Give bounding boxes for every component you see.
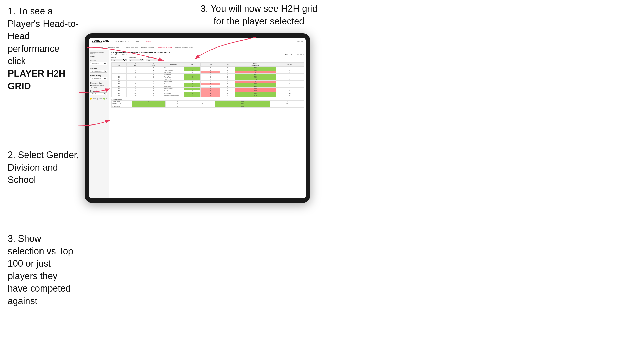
nav-teams[interactable]: TEAMS bbox=[133, 40, 141, 43]
cell-div: 6 bbox=[112, 71, 127, 74]
sub-nav-player-h2h-grid[interactable]: PLAYER H2H GRID bbox=[158, 46, 172, 49]
cell-loss: 2 bbox=[200, 90, 220, 92]
cell-diff: 4.00 bbox=[235, 69, 276, 71]
cell-opponent: Esther Lee bbox=[163, 67, 184, 69]
cell-div: 15 bbox=[112, 85, 127, 88]
cell-conf: 5 bbox=[144, 85, 163, 88]
overall-record-label: Overall Record: bbox=[111, 54, 122, 56]
cell-tie: 0 bbox=[220, 67, 235, 69]
cell-loss: 0 bbox=[200, 78, 220, 81]
table-row: 15 8 5 Stella Cheng 1 0 0 1.25 4 bbox=[112, 85, 304, 88]
sub-nav: TEAM SUMMARY TEAM H2H GRID TEAM H2H HEAT… bbox=[89, 45, 306, 50]
cell-tie: 0 bbox=[220, 74, 235, 76]
cell-tie: 0 bbox=[220, 76, 235, 78]
cell-opponent: Euna Lee bbox=[163, 90, 184, 92]
colour-by-label: Colour by bbox=[90, 90, 107, 92]
cell-rounds: 4 bbox=[276, 67, 304, 69]
th-div: #Div bbox=[112, 63, 127, 67]
player-rank-select[interactable]: 8. Katelyn Vo bbox=[90, 77, 107, 80]
cell-reg: 8 bbox=[127, 85, 144, 88]
cell-diff: 0.30 bbox=[235, 92, 276, 94]
step2-block: 2. Select Gender, Division and School bbox=[8, 149, 79, 186]
nav-sign-out[interactable]: Sign out bbox=[297, 41, 303, 42]
sub-nav-player-summary[interactable]: PLAYER SUMMARY bbox=[141, 46, 155, 49]
legend-down-label: Down bbox=[93, 98, 96, 99]
th-reg: #Reg bbox=[127, 63, 144, 67]
cell-loss: 2 bbox=[200, 83, 220, 85]
cell-win: 0 bbox=[184, 81, 201, 83]
cell-rounds: 2 bbox=[276, 90, 304, 92]
cell-diff: 1.50 bbox=[235, 67, 276, 69]
cell-win: 4 bbox=[184, 92, 201, 94]
radio-top100[interactable]: Top 100 bbox=[90, 86, 107, 88]
data-area: Katelyn Vo Head-to-Head Grid for Women's… bbox=[109, 50, 306, 198]
step3-left-block: 3. Show selection vs Top 100 or just pla… bbox=[8, 233, 79, 307]
step3-right-block: 3. You will now see H2H grid for the pla… bbox=[195, 3, 323, 27]
division-select[interactable]: NCAA Division III bbox=[90, 70, 107, 73]
legend-level-dot bbox=[97, 98, 98, 100]
cell-diff: -5.00 bbox=[235, 90, 276, 92]
cell-reg: 10 bbox=[127, 92, 144, 94]
table-row: 10 6 3 Andrea York 2 0 0 4.00 4 bbox=[112, 76, 304, 78]
nav-committee[interactable]: COMMITTEE bbox=[144, 40, 157, 43]
cell-reg: 2 bbox=[127, 90, 144, 92]
ood-cell-team: NCAA Division 2 bbox=[112, 105, 132, 108]
cell-loss: 1 bbox=[200, 94, 220, 97]
cell-opponent: Heejo Hyun bbox=[163, 78, 184, 81]
cell-diff: 3.33 bbox=[235, 78, 276, 81]
legend-down-dot bbox=[90, 98, 92, 100]
cell-tie: 0 bbox=[220, 69, 235, 71]
gender-select[interactable]: Women's bbox=[90, 62, 107, 65]
legend-level-label: Level bbox=[99, 98, 102, 99]
cell-loss: 0 bbox=[200, 85, 220, 88]
cell-conf: 6 bbox=[144, 92, 163, 94]
player-rank-label: Player (Rank) bbox=[90, 75, 107, 76]
table-row: 16 3 4 Jessica Mason 1 2 0 -0.94 7 bbox=[112, 88, 304, 90]
radio-label-top100: Top 100 bbox=[92, 86, 97, 88]
cell-tie: 0 bbox=[220, 71, 235, 74]
table-row: 5 2 2 Alexis Sudjianto 1 0 0 4.00 3 bbox=[112, 69, 304, 71]
logo-sub-text: Powered by clippd bbox=[92, 42, 110, 43]
region-select[interactable]: (All) bbox=[111, 59, 127, 61]
cell-win: 1 bbox=[184, 85, 201, 88]
cell-div: 16 bbox=[112, 88, 127, 90]
cell-win: 0 bbox=[184, 71, 201, 74]
timestamp: Last Updated: 27/03/2024 16:55:38 bbox=[90, 51, 107, 54]
main-table: #Div #Reg #Conf Opponent Win Loss Tie Di… bbox=[111, 62, 304, 97]
cell-diff: 0.38 bbox=[235, 83, 276, 85]
cell-tie: 0 bbox=[220, 94, 235, 97]
step1-bold: PLAYER H2H GRID bbox=[8, 68, 65, 91]
ood-cell-rounds: 30 bbox=[270, 103, 304, 105]
division-record: Division Record: 331 - 34 - 6 bbox=[285, 54, 304, 56]
gender-label: Gender bbox=[90, 60, 107, 62]
sub-nav-player-h2h-heatmap[interactable]: PLAYER H2H HEATMAP bbox=[175, 46, 193, 49]
cell-loss: 0 bbox=[200, 67, 220, 69]
step3-left-text: 3. Show selection vs Top 100 or just pla… bbox=[8, 233, 79, 307]
cell-conf: 1 bbox=[144, 81, 163, 83]
chart-title: Katelyn Vo Head-to-Head Grid for Women's… bbox=[111, 51, 304, 54]
cell-win: 0 bbox=[184, 90, 201, 92]
opponent-select[interactable]: (All) bbox=[146, 59, 162, 61]
cell-conf: 2 bbox=[144, 69, 163, 71]
step1-block: 1. To see a Player's Head-to-Head perfor… bbox=[8, 5, 79, 92]
sub-nav-team-h2h-heatmap[interactable]: TEAM H2H HEATMAP bbox=[123, 46, 138, 49]
nav-tournaments[interactable]: TOURNAMENTS bbox=[113, 40, 130, 43]
cell-tie: 0 bbox=[220, 90, 235, 92]
cell-win: 1 bbox=[184, 88, 201, 90]
legend-up-dot bbox=[103, 98, 105, 100]
conference-select[interactable]: (All) bbox=[129, 59, 144, 61]
radio-opponents-played[interactable]: Opponents Played bbox=[90, 84, 107, 86]
logo: SCOREBOARD Powered by clippd bbox=[92, 40, 110, 43]
colour-by-select[interactable]: Win/loss bbox=[90, 92, 107, 95]
th-win: Win bbox=[184, 63, 201, 67]
sub-nav-team-h2h-grid[interactable]: TEAM H2H GRID bbox=[107, 46, 119, 49]
cell-div: 18 bbox=[112, 90, 127, 92]
timestamp-time: 16:55:38 bbox=[90, 53, 95, 54]
sub-nav-team-summary[interactable]: TEAM SUMMARY bbox=[92, 46, 104, 49]
player-section: Player bbox=[90, 56, 107, 58]
table-row: 19 10 6 Emily Chang 4 1 0 0.30 11 bbox=[112, 92, 304, 94]
cell-diff: 1.33 bbox=[235, 94, 276, 97]
cell-opponent: Emily Chang bbox=[163, 92, 184, 94]
step2-text: 2. Select Gender, Division and School bbox=[8, 149, 79, 186]
cell-rounds: 3 bbox=[276, 74, 304, 76]
